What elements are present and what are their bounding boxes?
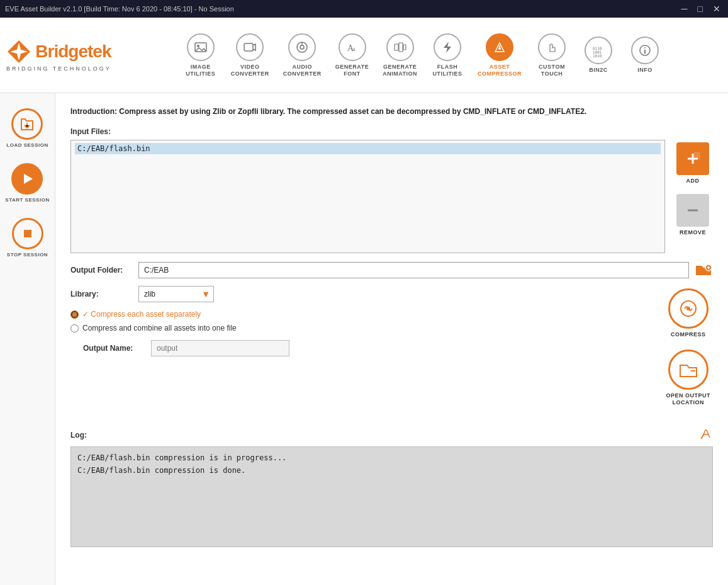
library-select[interactable]: zlib zopfli [138,286,214,302]
start-session-button[interactable]: START SESSION [3,161,52,205]
radio-separate-label: ✓ Compress each asset separately [82,310,201,319]
svg-point-22 [644,47,646,48]
nav-asset-compressor-label: ASSET COMPRESSOR [478,64,522,77]
compress-button[interactable]: COMPRESS [666,286,711,341]
output-name-label: Output Name: [83,344,146,353]
content-area: Introduction: Compress asset by using Zl… [55,93,728,585]
image-utilities-icon [187,33,215,61]
svg-point-4 [197,45,199,47]
svg-rect-24 [24,230,31,237]
nav-flash-utilities[interactable]: FLASH UTILITIES [425,30,470,81]
svg-rect-13 [403,45,406,50]
add-icon [676,142,709,175]
load-session-icon [11,108,43,140]
remove-button[interactable]: REMOVE [673,191,713,238]
logo: Bridgetek BRIDGING TECHNOLOGY [6,39,111,72]
radio-combine[interactable]: Compress and combine all assets into one… [70,324,651,332]
browse-output-button[interactable] [694,262,713,278]
remove-icon [676,194,709,227]
svg-text:1010: 1010 [593,54,602,57]
nav-image-utilities-label: IMAGE UTILITIES [186,64,215,77]
intro-text: Introduction: Compress asset by using Zl… [70,106,713,117]
titlebar-title: EVE Asset Builder v2.1.0 [Build Time: No… [5,5,234,13]
svg-rect-5 [244,43,253,51]
log-header: Log: [70,427,713,443]
nav-generate-animation-label: GENERATE ANIMATION [383,64,417,77]
nav-image-utilities[interactable]: IMAGE UTILITIES [178,30,223,81]
file-list-box[interactable]: C:/EAB/flash.bin [70,140,665,253]
input-files-area: C:/EAB/flash.bin ADD REMOVE [70,140,713,253]
file-list-item[interactable]: C:/EAB/flash.bin [75,143,661,154]
stop-session-button[interactable]: STOP SESSION [4,215,50,260]
svg-marker-23 [24,174,33,184]
load-session-button[interactable]: LOAD SESSION [4,106,50,151]
svg-point-15 [498,47,501,50]
nav-generate-font-label: GENERATE FONT [335,64,369,77]
svg-point-7 [300,45,304,49]
svg-line-35 [701,434,704,439]
log-clear-button[interactable] [700,427,713,443]
logo-icon [6,39,31,64]
svg-rect-27 [694,152,700,159]
remove-label: REMOVE [680,229,706,236]
library-label: Library: [70,290,133,298]
output-folder-label: Output Folder: [70,266,133,275]
nav-bin2c-label: BIN2C [589,67,608,74]
output-name-row: Output Name: [83,340,651,356]
add-label: ADD [686,178,700,184]
nav-items: IMAGE UTILITIES VIDEO CONVERTER AUDIO CO… [124,30,722,81]
nav-info-label: INFO [637,67,652,74]
custom-touch-icon [538,33,566,61]
compress-label: COMPRESS [671,331,706,338]
nav-flash-utilities-label: FLASH UTILITIES [433,64,462,77]
open-output-label: OPEN OUTPUT LOCATION [666,392,710,406]
bin2c-icon: 011010011010 [585,37,612,64]
nav-generate-font[interactable]: Aa GENERATE FONT [329,30,375,81]
svg-point-33 [686,307,690,310]
main-layout: LOAD SESSION START SESSION STOP SESSION … [0,93,728,585]
nav-custom-touch[interactable]: CUSTOM TOUCH [529,30,574,81]
asset-compressor-icon [486,33,513,61]
output-folder-input[interactable] [138,262,689,278]
library-select-wrapper: zlib zopfli ▼ [138,286,214,302]
svg-text:a: a [352,45,356,52]
nav-audio-converter-label: AUDIO CONVERTER [283,64,322,77]
info-icon [631,37,659,64]
toolbar: Bridgetek BRIDGING TECHNOLOGY IMAGE UTIL… [0,18,728,93]
nav-audio-converter[interactable]: AUDIO CONVERTER [277,30,328,81]
video-converter-icon [236,33,264,61]
nav-video-converter[interactable]: VIDEO CONVERTER [225,30,276,81]
library-row: Library: zlib zopfli ▼ [70,286,651,302]
nav-asset-compressor[interactable]: ASSET COMPRESSOR [471,30,528,81]
audio-converter-icon [288,33,316,61]
radio-separate[interactable]: ✓ Compress each asset separately [70,310,651,319]
side-buttons: ADD REMOVE [673,140,713,238]
log-section: Log: C:/EAB/flash.bin compression is in … [70,427,713,547]
svg-rect-11 [395,44,398,50]
input-files-label: Input Files: [70,127,713,136]
generate-animation-icon [386,33,414,61]
titlebar-controls: ─ □ ✕ [679,4,723,14]
logo-sub: BRIDGING TECHNOLOGY [6,65,111,72]
maximize-button[interactable]: □ [695,4,705,14]
open-output-icon [668,349,708,390]
nav-generate-animation[interactable]: GENERATE ANIMATION [376,30,423,81]
output-folder-row: Output Folder: [70,262,713,278]
add-button[interactable]: ADD [673,140,713,186]
minimize-button[interactable]: ─ [679,4,690,14]
output-name-input[interactable] [151,340,289,356]
generate-font-icon: Aa [339,33,366,61]
start-session-icon [11,163,43,195]
log-box: C:/EAB/flash.bin compression is in progr… [70,446,713,547]
radio-group: ✓ Compress each asset separately Compres… [70,310,651,332]
sidebar: LOAD SESSION START SESSION STOP SESSION [0,93,55,585]
open-output-button[interactable]: OPEN OUTPUT LOCATION [663,347,713,409]
radio-combine-label: Compress and combine all assets into one… [82,324,237,332]
nav-bin2c[interactable]: 011010011010 BIN2C [576,33,621,77]
svg-rect-12 [399,43,403,52]
svg-marker-14 [444,42,451,53]
nav-custom-touch-label: CUSTOM TOUCH [539,64,565,77]
close-button[interactable]: ✕ [710,4,723,14]
compress-icon [668,288,708,329]
nav-info[interactable]: INFO [622,33,668,77]
